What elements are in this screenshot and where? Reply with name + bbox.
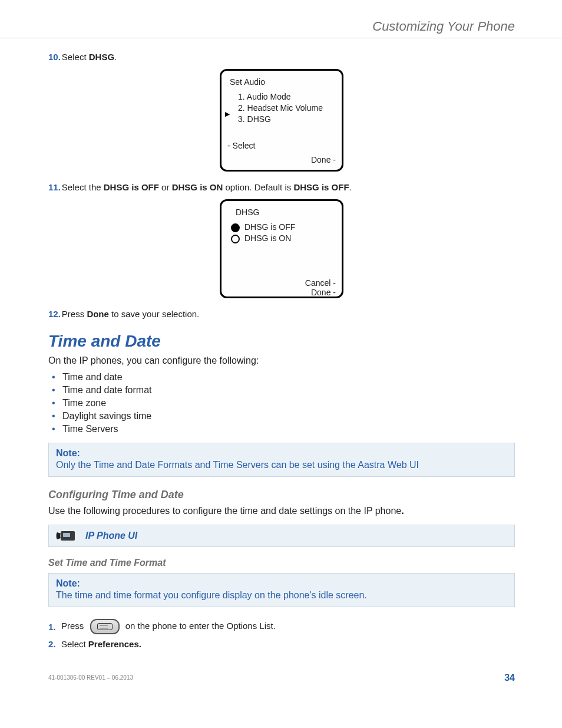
ui-box-label: IP Phone UI <box>85 531 137 541</box>
radio-label: DHSG is ON <box>244 233 291 243</box>
phone-screen-dhsg: DHSG DHSG is OFF DHSG is ON Cancel - Don… <box>220 199 343 298</box>
step-number: 10. <box>48 52 61 62</box>
step-bold: DHSG <box>89 52 114 62</box>
step-number: 1. <box>48 622 61 632</box>
step-text: Select Preferences. <box>61 639 141 649</box>
step-10: 10.Select DHSG. <box>48 52 515 62</box>
step-text: to save your selection. <box>109 309 199 319</box>
menu-item: 1. Audio Mode <box>238 91 336 103</box>
softkey-done: Done - <box>227 288 336 298</box>
bullet-item: Time Servers <box>52 424 515 434</box>
paragraph: Use the following procedures to configur… <box>48 506 515 516</box>
step-text: Select <box>62 52 89 62</box>
step-pre: Select <box>61 639 88 649</box>
note-box: Note: The time and time format you confi… <box>48 573 515 607</box>
phone-icon <box>55 529 77 543</box>
step-text: or <box>159 182 172 192</box>
note-label: Note: <box>56 448 507 459</box>
step-1: 1. Press on the phone to enter the Optio… <box>48 619 515 634</box>
menu-item-selected: 3. DHSG <box>238 114 336 125</box>
header-rule <box>0 38 562 38</box>
section-intro: On the IP phones, you can configure the … <box>48 355 515 366</box>
step-12: 12.Press Done to save your selection. <box>48 309 515 319</box>
phone-screen-set-audio: Set Audio 1. Audio Mode 2. Headset Mic V… <box>220 69 343 172</box>
bullet-item: Daylight savings time <box>52 411 515 421</box>
step-post: on the phone to enter the Options List. <box>125 621 276 631</box>
bullet-list: Time and date Time and date format Time … <box>52 372 515 434</box>
note-body: Only the Time and Date Formats and Time … <box>56 460 507 470</box>
step-number: 12. <box>48 309 61 319</box>
step-bold: Preferences. <box>88 639 141 649</box>
bullet-item: Time and date <box>52 372 515 383</box>
section-heading-time-and-date: Time and Date <box>48 332 515 351</box>
page-section-header: Customizing Your Phone <box>372 19 515 34</box>
radio-filled-icon <box>231 223 240 232</box>
radio-empty-icon <box>231 235 240 243</box>
screen-title: Set Audio <box>230 77 336 88</box>
paragraph-text: Use the following procedures to configur… <box>48 506 401 516</box>
radio-option-on: DHSG is ON <box>231 233 336 244</box>
step-number: 2. <box>48 639 61 649</box>
step-text: . <box>114 52 117 62</box>
note-body: The time and time format you configure d… <box>56 590 507 601</box>
step-text: Press <box>62 309 87 319</box>
step-2: 2. Select Preferences. <box>48 639 515 649</box>
step-number: 11. <box>48 182 61 192</box>
menu-item: 2. Headset Mic Volume <box>238 103 336 114</box>
step-text: . <box>349 182 352 192</box>
svg-rect-1 <box>63 533 70 537</box>
step-pre: Press <box>61 621 87 631</box>
screen-title: DHSG <box>236 207 336 218</box>
step-bold: Done <box>87 309 109 319</box>
bullet-item: Time and date format <box>52 385 515 396</box>
radio-label: DHSG is OFF <box>244 222 295 232</box>
step-bold: DHSG is ON <box>172 182 223 192</box>
radio-option-off: DHSG is OFF <box>231 222 336 233</box>
softkey-done: Done - <box>227 154 336 166</box>
step-text: Press on the phone to enter the Options … <box>61 619 276 634</box>
step-bold: DHSG is OFF <box>293 182 349 192</box>
bold-period: . <box>401 506 404 516</box>
step-text: option. Default is <box>223 182 293 192</box>
note-box: Note: Only the Time and Date Formats and… <box>48 443 515 477</box>
step-bold: DHSG is OFF <box>104 182 159 192</box>
ip-phone-ui-box: IP Phone UI <box>48 525 515 547</box>
subheading-configuring: Configuring Time and Date <box>48 489 515 501</box>
subheading-set-time: Set Time and Time Format <box>48 558 515 568</box>
options-key-icon <box>90 619 120 634</box>
step-text: Select the <box>62 182 104 192</box>
selection-caret-icon: ▶ <box>225 110 230 118</box>
page-number: 34 <box>504 673 515 683</box>
note-label: Note: <box>56 578 507 589</box>
softkey-cancel: Cancel - <box>227 278 336 288</box>
footer-doc-id: 41-001386-00 REV01 – 06.2013 <box>48 674 133 681</box>
step-11: 11.Select the DHSG is OFF or DHSG is ON … <box>48 182 515 192</box>
softkey-select: - Select <box>227 140 336 151</box>
bullet-item: Time zone <box>52 398 515 409</box>
